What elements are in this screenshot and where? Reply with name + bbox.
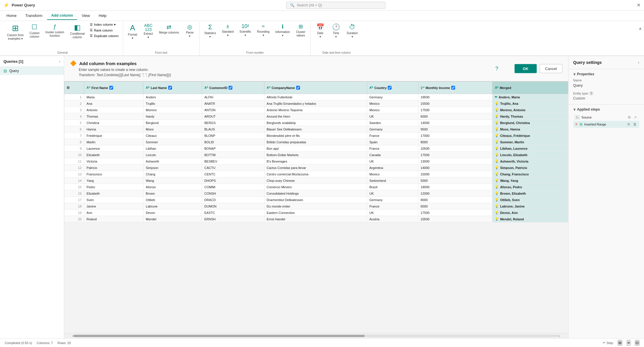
table-row[interactable]: 17SvenOttliebDRACDDrachenblut Delikatess… [64, 197, 568, 203]
table-row[interactable]: 5ChristinaBerglundBERGSBerglunds snabbkö… [64, 120, 568, 126]
table-row[interactable]: 7FrédériqueCiteauxBLONPBlondesddsl père … [64, 132, 568, 139]
rounding-button[interactable]: ≈ Rounding▾ [255, 22, 272, 38]
cell-first-name[interactable]: Elizabeth [84, 152, 143, 158]
cell-first-name[interactable]: Hanna [84, 126, 143, 132]
menu-home[interactable]: Home [2, 12, 21, 20]
cell-country[interactable]: Germany [367, 94, 418, 100]
cluster-values-button[interactable]: ⊞ Clustervalues [293, 22, 308, 39]
cell-customer-id[interactable]: BLONP [202, 132, 264, 139]
date-button[interactable]: 📅 Date▾ [313, 22, 327, 40]
first-name-checkbox[interactable] [109, 86, 113, 90]
cell-customer-id[interactable]: CENTC [202, 171, 264, 177]
sidebar-item-query[interactable]: ⊟ Query [0, 67, 64, 75]
scroll-thumb[interactable] [73, 335, 365, 337]
cell-country[interactable]: Mexico [367, 171, 418, 177]
cell-company-name[interactable]: Around the Horn [264, 113, 367, 120]
scroll-right-button[interactable]: › [559, 334, 560, 338]
table-row[interactable]: 3AntonioMorenoANTONAntonio Moreno Taquer… [64, 107, 568, 113]
cell-first-name[interactable]: Frédérique [84, 132, 143, 139]
entity-type-help-icon[interactable]: ? [589, 91, 593, 95]
table-row[interactable]: 8MartinSommerBOLIDBólido Comidas prepara… [64, 139, 568, 145]
step-button[interactable]: ↵ Step [603, 341, 613, 345]
cell-monthly-income[interactable]: 15500 [418, 100, 492, 107]
menu-view[interactable]: View [78, 12, 94, 20]
cell-last-name[interactable]: Devon [143, 210, 202, 216]
parse-button[interactable]: ◎ Parse▾ [183, 22, 197, 39]
cell-first-name[interactable]: Elizabeth [84, 190, 143, 197]
cell-monthly-income[interactable]: 6000 [418, 203, 492, 210]
step-inserted-settings-button[interactable]: ⚙ [626, 122, 631, 127]
cell-country[interactable]: France [367, 145, 418, 152]
step-source[interactable]: fx Source ⚙ ↗ [573, 114, 639, 121]
cell-first-name[interactable]: Roland [84, 216, 143, 222]
cell-last-name[interactable]: Berglund [143, 120, 202, 126]
cell-customer-id[interactable]: BESBEV [202, 158, 264, 165]
col-header-first-name[interactable]: Aᵇ First Name [84, 82, 143, 94]
cell-company-name[interactable]: Chop-suey Chinese [264, 177, 367, 184]
cell-first-name[interactable]: Antonio [84, 107, 143, 113]
cell-monthly-income[interactable]: 8000 [418, 197, 492, 203]
cell-last-name[interactable]: Citeaux [143, 132, 202, 139]
cell-customer-id[interactable]: CONSH [202, 190, 264, 197]
cell-company-name[interactable]: Cactus Comidas para llevar [264, 165, 367, 171]
cell-first-name[interactable]: Yang [84, 177, 143, 184]
table-row[interactable]: 10ElizabethLincolnBOTTMBottom-Dollar Mar… [64, 152, 568, 158]
customer-id-checkbox[interactable] [229, 86, 232, 90]
cell-customer-id[interactable]: ANATR [202, 100, 264, 107]
cell-country[interactable]: UK [367, 210, 418, 216]
cell-merged[interactable]: 💡Lincoln, Elizabeth [492, 152, 568, 158]
cell-monthly-income[interactable]: 17000 [418, 132, 492, 139]
cell-company-name[interactable]: Eastern Connection [264, 210, 367, 216]
time-button[interactable]: 🕐 Time▾ [329, 22, 343, 40]
cell-merged[interactable]: 💡Ashworth, Victoria [492, 158, 568, 165]
table-container[interactable]: ⊟ Aᵇ First Name Aᵇ Las [64, 81, 568, 333]
cell-company-name[interactable]: Centro comercial Moctezuma [264, 171, 367, 177]
cell-first-name[interactable]: Martin [84, 139, 143, 145]
cell-customer-id[interactable]: BONAP [202, 145, 264, 152]
table-row[interactable]: 20RolandMendelERNSHErnst HandelAustria10… [64, 216, 568, 222]
cell-first-name[interactable]: Patricio [84, 165, 143, 171]
col-header-merged[interactable]: Aᵇ Merged [492, 82, 568, 94]
cell-first-name[interactable]: Pedro [84, 184, 143, 190]
cell-country[interactable]: UK [367, 190, 418, 197]
cell-monthly-income[interactable]: 10500 [418, 145, 492, 152]
cancel-button[interactable]: Cancel [540, 64, 562, 73]
cell-last-name[interactable]: Moreno [143, 107, 202, 113]
cell-company-name[interactable]: Consolidated Holdings [264, 190, 367, 197]
extract-button[interactable]: ABC123 Extract▾ [141, 22, 156, 40]
cell-country[interactable]: Switzerland [367, 177, 418, 184]
cell-customer-id[interactable]: BOTTM [202, 152, 264, 158]
cell-company-name[interactable]: Ana Trujillo Emaredados y helados [264, 100, 367, 107]
view-grid-button[interactable]: ⊟ [635, 340, 639, 346]
cell-company-name[interactable]: Antonio Moreno Taqueria [264, 107, 367, 113]
step-inserted-range[interactable]: ✕ ⊟ Inserted Range ⚙ 🗑 [573, 121, 639, 128]
view-list-button[interactable]: ≡ [627, 340, 630, 346]
table-row[interactable]: 9LaurenceLibihanBONAPBon app'France10500… [64, 145, 568, 152]
cell-country[interactable]: Spain [367, 139, 418, 145]
monthly-income-checkbox[interactable] [451, 86, 455, 90]
table-row[interactable]: 12PatricioSimpsonCACTUCactus Comidas par… [64, 165, 568, 171]
table-row[interactable]: 16ElizabethBrownCONSHConsolidated Holdin… [64, 190, 568, 197]
applied-steps-chevron-icon[interactable]: ∨ [573, 107, 576, 111]
step-delete-icon[interactable]: ✕ [575, 122, 578, 126]
table-row[interactable]: 14YangWangDHOPSChop-suey ChineseSwitzerl… [64, 177, 568, 184]
cell-country[interactable]: Austria [367, 216, 418, 222]
cell-company-name[interactable]: Berglunds snabbköp [264, 120, 367, 126]
cell-monthly-income[interactable]: 14000 [418, 120, 492, 126]
cell-company-name[interactable]: Blauer See Delikatessen [264, 126, 367, 132]
duration-button[interactable]: ⏱ Duration▾ [344, 22, 360, 40]
name-value[interactable]: Query [573, 83, 639, 88]
collapse-ribbon-button[interactable]: ∧ [639, 26, 642, 31]
cell-customer-id[interactable]: DUMON [202, 203, 264, 210]
cell-last-name[interactable]: Brown [143, 190, 202, 197]
cell-last-name[interactable]: Labrune [143, 203, 202, 210]
close-button[interactable]: ✕ [637, 2, 641, 8]
cell-last-name[interactable]: Hardy [143, 113, 202, 120]
cell-monthly-income[interactable]: 13000 [418, 158, 492, 165]
table-row[interactable]: 4ThomasHardyAROUTAround the HornUK6000💡H… [64, 113, 568, 120]
cell-customer-id[interactable]: COMMI [202, 184, 264, 190]
index-column-button[interactable]: ☰Index column ▾ [88, 22, 120, 27]
cell-first-name[interactable]: Ann [84, 210, 143, 216]
company-name-checkbox[interactable] [296, 86, 300, 90]
cell-first-name[interactable]: Laurence [84, 145, 143, 152]
